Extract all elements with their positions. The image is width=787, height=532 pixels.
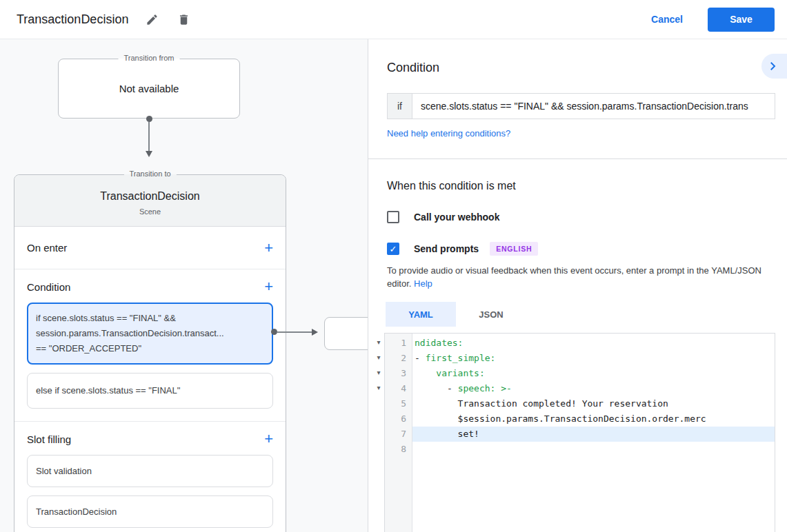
fold-toggle-chevron-down-icon[interactable]: ▾ [373,366,384,381]
line-number: 2 [385,351,412,366]
line-number: 8 [385,442,412,457]
chevron-right-icon [766,60,779,72]
transition-target-box[interactable] [324,317,368,350]
slot-filling-section: Slot filling + Slot validationTransactio… [14,422,286,532]
on-enter-label: On enter [27,242,67,254]
condition-section-label: Condition [27,281,70,293]
condition-expression-row: if [387,93,775,119]
slot-cards: Slot validationTransactionDecision [27,455,273,528]
webhook-checkbox[interactable] [387,211,399,223]
trash-icon [177,13,190,26]
editor-tabs: YAMLJSON [386,302,787,327]
prompts-checkbox[interactable]: ✓ [387,243,399,255]
line-number: 4 [385,381,412,396]
condition-connector-line [277,331,312,333]
transition-from-content: Not available [119,83,179,94]
section-divider [368,158,787,159]
app-root: TransactionDecision Cancel Save Transiti… [0,0,787,532]
code-line[interactable] [412,442,775,457]
connector-dot [146,116,152,122]
fold-toggle-chevron-down-icon[interactable]: ▾ [373,351,384,366]
conditions-help-link[interactable]: Need help entering conditions? [387,128,510,139]
condition-cards: if scene.slots.status == "FINAL" &&sessi… [27,303,273,409]
language-badge: ENGLISH [490,242,538,256]
page-title: TransactionDecision [17,12,128,27]
edit-scene-button[interactable] [143,11,160,28]
scene-type-label: Scene [14,207,286,216]
flow-canvas: Transition from Not available Transition… [0,39,368,532]
cancel-button[interactable]: Cancel [651,14,683,25]
delete-scene-button[interactable] [175,11,192,28]
code-line[interactable]: ndidates: [412,336,775,351]
scene-header[interactable]: TransactionDecision Scene [14,175,286,227]
header-bar: TransactionDecision Cancel Save [0,0,787,39]
connector-line-down [148,122,150,151]
slot-card[interactable]: Slot validation [27,455,273,487]
fold-toggle-chevron-down-icon[interactable]: ▾ [373,336,384,351]
slot-card[interactable]: TransactionDecision [27,495,273,528]
condition-connector-dot [271,329,277,335]
condition-card[interactable]: else if scene.slots.status == "FINAL" [27,373,273,409]
arrow-down-icon [146,151,152,157]
add-on-enter-button[interactable]: + [264,241,273,255]
add-slot-button[interactable]: + [264,432,273,446]
save-button[interactable]: Save [708,8,775,32]
code-line[interactable]: Transaction completed! Your reservation [412,396,775,411]
line-number: 3 [385,366,412,381]
code-line[interactable]: - speech: >- [412,381,775,396]
code-line[interactable]: set! [412,427,775,442]
editor-code[interactable]: ndidates:- first_simple: variants: - spe… [412,334,775,532]
fold-spacer [373,427,384,442]
pencil-icon [146,13,159,26]
condition-detail-panel: Condition if Need help entering conditio… [368,39,787,532]
condition-input[interactable] [412,93,775,119]
yaml-editor: ▾▾▾▾ 12345678 ndidates:- first_simple: v… [373,333,787,532]
on-enter-row[interactable]: On enter + [14,227,286,269]
if-label: if [387,93,412,119]
condition-section: Condition + if scene.slots.status == "FI… [14,269,286,422]
slot-filling-label: Slot filling [27,433,71,445]
line-number: 7 [385,427,412,442]
fold-column: ▾▾▾▾ [373,333,384,532]
add-condition-button[interactable]: + [264,280,273,294]
scene-title: TransactionDecision [14,190,286,203]
fold-toggle-chevron-down-icon[interactable]: ▾ [373,381,384,396]
transition-to-legend: Transition to [123,170,176,178]
fold-spacer [373,396,384,411]
condition-card[interactable]: if scene.slots.status == "FINAL" &&sessi… [27,303,273,365]
transition-from-box[interactable]: Transition from Not available [58,59,240,119]
arrow-right-icon [312,329,318,336]
send-prompts-row: ✓ Send prompts ENGLISH [387,242,787,256]
line-number: 6 [385,411,412,427]
line-number: 5 [385,396,412,411]
fold-spacer [373,442,384,457]
code-line[interactable]: - first_simple: [412,351,775,366]
editor-box[interactable]: 12345678 ndidates:- first_simple: varian… [384,333,775,532]
webhook-row: Call your webhook [387,211,787,223]
prompts-description-text: To provide audio or visual feedback when… [387,265,761,289]
code-line[interactable]: $session.params.TransactionDecision.orde… [412,411,775,427]
fold-spacer [373,411,384,427]
help-link[interactable]: Help [414,278,432,289]
tab-json[interactable]: JSON [456,302,526,327]
editor-gutter: 12345678 [385,334,412,532]
collapse-panel-button[interactable] [761,54,787,79]
tab-yaml[interactable]: YAML [386,302,456,327]
panel-title: Condition [387,61,787,75]
line-number: 1 [385,336,412,351]
scene-box: Transition to TransactionDecision Scene … [14,174,286,532]
prompts-description: To provide audio or visual feedback when… [387,264,768,290]
code-line[interactable]: variants: [412,366,775,381]
webhook-label: Call your webhook [414,212,499,223]
when-met-title: When this condition is met [387,180,787,192]
transition-from-legend: Transition from [119,54,180,62]
prompts-label: Send prompts [414,243,479,254]
